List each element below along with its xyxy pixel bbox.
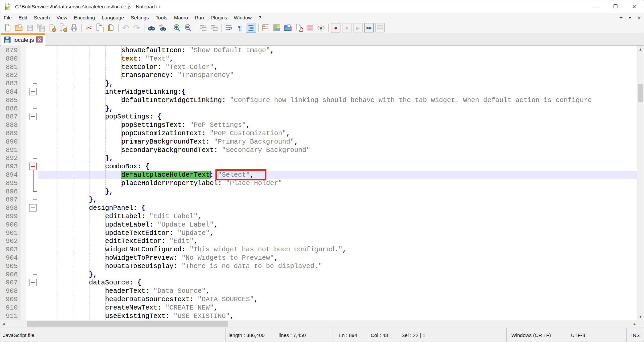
scroll-down-icon[interactable]: ▼ [637, 313, 644, 320]
close-all-icon[interactable] [58, 23, 68, 32]
code-text: useExistingText: "USE EXISTING", [105, 312, 234, 320]
code-line[interactable]: 881textColor: "Text Color", [0, 63, 638, 71]
menu-tools[interactable]: Tools [152, 13, 171, 23]
fold-collapse-icon[interactable] [29, 204, 37, 211]
code-line[interactable]: 911useExistingText: "USE EXISTING", [0, 312, 638, 320]
code-line[interactable]: 884interWidgetLinking:{ [0, 88, 638, 96]
cut-icon[interactable]: ✂ [84, 23, 93, 32]
horizontal-scrollbar-thumb[interactable] [27, 321, 228, 327]
code-line[interactable]: 891secondaryBackgroundText: "Secondary B… [0, 146, 638, 154]
code-line[interactable]: 901updateTextEditor: "Update", [0, 229, 638, 237]
menu-search[interactable]: Search [30, 13, 53, 23]
status-encoding[interactable]: UTF-8 [566, 328, 626, 342]
status-eol-format[interactable]: Windows (CR LF) [506, 328, 566, 342]
zoom-in-icon[interactable] [173, 23, 182, 32]
close-icon[interactable] [47, 23, 57, 32]
indent-guide-icon[interactable] [246, 23, 256, 32]
code-line[interactable]: 902editTextEditor: "Edit", [0, 237, 638, 245]
tab-locale-js[interactable]: locale.js ✕ [1, 33, 45, 46]
code-line[interactable]: 906}, [0, 270, 638, 279]
code-line[interactable]: 885defaultInterWidgetLinking: "Configure… [0, 96, 638, 104]
code-line[interactable]: 887popSettings: { [0, 112, 638, 121]
code-line[interactable]: 898designPanel: { [0, 204, 638, 212]
code-line[interactable]: 895placeHolderPropertylabel: "Place Hold… [0, 179, 638, 187]
zoom-out-icon[interactable] [184, 23, 193, 32]
scroll-up-icon[interactable]: ▲ [637, 46, 644, 53]
close-icon[interactable]: ✕ [637, 15, 641, 20]
minimize-button[interactable]: — [587, 0, 606, 13]
menu-help[interactable]: ? [255, 13, 264, 23]
code-line[interactable]: 896}, [0, 187, 638, 196]
folder-as-workspace-icon[interactable] [283, 23, 293, 32]
code-line[interactable]: 910createNewText: "CREATE NEW", [0, 304, 638, 312]
code-line[interactable]: 889popCustomizationText: "PoP Customizat… [0, 129, 638, 138]
fold-collapse-icon[interactable] [29, 88, 37, 95]
fold-collapse-icon[interactable] [29, 113, 37, 120]
find-icon[interactable] [147, 23, 156, 32]
fold-collapse-icon[interactable] [29, 163, 37, 170]
menu-encoding[interactable]: Encoding [71, 13, 99, 23]
menu-edit[interactable]: Edit [15, 13, 30, 23]
line-number: 900 [0, 221, 18, 229]
code-line[interactable]: 880text: "Text", [0, 55, 638, 63]
sync-vertical-icon[interactable]: ↕ [198, 23, 208, 32]
status-insert-mode[interactable]: INS [626, 328, 644, 342]
paste-icon[interactable] [106, 23, 116, 32]
menu-window[interactable]: Window [231, 13, 255, 23]
code-line[interactable]: 907dataSource: { [0, 278, 638, 287]
dropdown-icon[interactable]: ▼ [628, 16, 632, 20]
preview-eye-icon[interactable] [316, 23, 326, 32]
sync-horizontal-icon[interactable]: ↔ [209, 23, 219, 32]
code-line[interactable]: 905noDataToBeDisplay: "There is no data … [0, 262, 638, 270]
code-line[interactable]: 893comboBox: { [0, 162, 638, 171]
browser-preview-icon[interactable] [305, 23, 315, 32]
menu-plugins[interactable]: Plugins [207, 13, 231, 23]
scroll-left-icon[interactable]: ◄ [0, 320, 7, 328]
vertical-scrollbar[interactable]: ▲ ▼ [637, 46, 644, 320]
word-wrap-icon[interactable] [224, 23, 234, 32]
tab-close-icon[interactable]: ✕ [36, 36, 43, 42]
function-list-icon[interactable] [261, 23, 270, 32]
replace-icon[interactable]: ab [158, 23, 167, 32]
code-line[interactable]: 890primaryBackgroundText: "Primary Backg… [0, 138, 638, 146]
code-editor[interactable]: 879showDefaultIcon: "Show Default Image"… [0, 46, 638, 320]
code-line[interactable]: 899editLabel: "Edit Label", [0, 212, 638, 221]
code-line[interactable]: 882transparency: "Transparency" [0, 71, 638, 79]
fold-collapse-icon[interactable] [29, 279, 37, 286]
plus-icon[interactable]: + [619, 14, 623, 21]
menu-file[interactable]: File [0, 13, 15, 23]
document-map-icon[interactable] [272, 23, 281, 32]
new-file-icon[interactable] [3, 23, 12, 32]
macro-record-icon[interactable]: ● [331, 23, 340, 32]
horizontal-scrollbar[interactable]: ◄ ► [0, 320, 638, 328]
code-text: secondaryBackgroundText: "Secondary Back… [121, 146, 310, 154]
vertical-scrollbar-thumb[interactable] [638, 84, 643, 102]
indent-guide-line [57, 146, 57, 154]
code-line[interactable]: 883}, [0, 79, 638, 88]
code-line[interactable]: 892}, [0, 154, 638, 162]
code-line[interactable]: 903widgetNotConfigured: "This widget has… [0, 245, 638, 254]
code-line[interactable]: 909headerDataSourcesText: "DATA SOURCES"… [0, 295, 638, 304]
indent-guide-line [73, 245, 73, 254]
code-line[interactable]: 879showDefaultIcon: "Show Default Image"… [0, 46, 638, 55]
macro-run-multiple-icon[interactable]: ▶▶ [364, 23, 374, 32]
code-line[interactable]: 886}, [0, 104, 638, 113]
show-all-characters-icon[interactable]: ¶ [235, 23, 245, 32]
code-line[interactable]: 900updateLabel: "Update Label", [0, 221, 638, 229]
maximize-button[interactable]: ❐ [606, 0, 625, 13]
code-line[interactable]: 904noWidgetToPreview: "No Widgets to Pre… [0, 254, 638, 262]
print-icon[interactable] [69, 23, 79, 32]
code-line[interactable]: 888popSettingsText: "PoP Settings", [0, 121, 638, 129]
menu-run[interactable]: Run [191, 13, 207, 23]
close-button[interactable]: ✕ [625, 0, 644, 13]
document-monitor-icon[interactable] [294, 23, 304, 32]
code-line[interactable]: 897}, [0, 195, 638, 204]
copy-icon[interactable] [95, 23, 105, 32]
menu-settings[interactable]: Settings [127, 13, 152, 23]
menu-macro[interactable]: Macro [171, 13, 191, 23]
open-file-icon[interactable] [14, 23, 23, 32]
menu-view[interactable]: View [53, 13, 71, 23]
code-line[interactable]: 894defaultplaceHolderText: "Select", [0, 171, 638, 179]
menu-language[interactable]: Language [98, 13, 127, 23]
code-line[interactable]: 908headerText: "Data Source", [0, 287, 638, 295]
